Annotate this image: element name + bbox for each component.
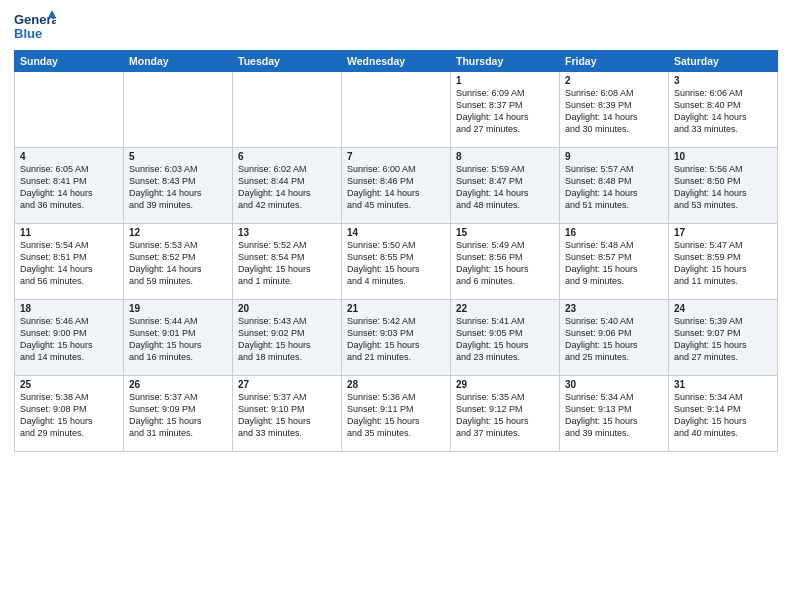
day-cell: 12Sunrise: 5:53 AM Sunset: 8:52 PM Dayli… [124, 224, 233, 300]
day-number: 10 [674, 151, 772, 162]
day-number: 27 [238, 379, 336, 390]
day-cell [124, 72, 233, 148]
day-number: 14 [347, 227, 445, 238]
day-cell: 11Sunrise: 5:54 AM Sunset: 8:51 PM Dayli… [15, 224, 124, 300]
day-info: Sunrise: 5:37 AM Sunset: 9:09 PM Dayligh… [129, 391, 227, 440]
day-info: Sunrise: 5:38 AM Sunset: 9:08 PM Dayligh… [20, 391, 118, 440]
day-number: 31 [674, 379, 772, 390]
week-row-5: 25Sunrise: 5:38 AM Sunset: 9:08 PM Dayli… [15, 376, 778, 452]
day-info: Sunrise: 5:53 AM Sunset: 8:52 PM Dayligh… [129, 239, 227, 288]
day-cell: 4Sunrise: 6:05 AM Sunset: 8:41 PM Daylig… [15, 148, 124, 224]
day-info: Sunrise: 5:39 AM Sunset: 9:07 PM Dayligh… [674, 315, 772, 364]
day-info: Sunrise: 5:47 AM Sunset: 8:59 PM Dayligh… [674, 239, 772, 288]
day-cell: 27Sunrise: 5:37 AM Sunset: 9:10 PM Dayli… [233, 376, 342, 452]
day-info: Sunrise: 6:03 AM Sunset: 8:43 PM Dayligh… [129, 163, 227, 212]
day-cell: 28Sunrise: 5:36 AM Sunset: 9:11 PM Dayli… [342, 376, 451, 452]
day-info: Sunrise: 5:34 AM Sunset: 9:14 PM Dayligh… [674, 391, 772, 440]
day-info: Sunrise: 5:44 AM Sunset: 9:01 PM Dayligh… [129, 315, 227, 364]
day-number: 11 [20, 227, 118, 238]
day-number: 16 [565, 227, 663, 238]
day-info: Sunrise: 5:41 AM Sunset: 9:05 PM Dayligh… [456, 315, 554, 364]
day-info: Sunrise: 5:59 AM Sunset: 8:47 PM Dayligh… [456, 163, 554, 212]
day-number: 17 [674, 227, 772, 238]
day-number: 4 [20, 151, 118, 162]
day-cell [15, 72, 124, 148]
day-cell: 23Sunrise: 5:40 AM Sunset: 9:06 PM Dayli… [560, 300, 669, 376]
header-row: SundayMondayTuesdayWednesdayThursdayFrid… [15, 51, 778, 72]
day-number: 12 [129, 227, 227, 238]
calendar-body: 1Sunrise: 6:09 AM Sunset: 8:37 PM Daylig… [15, 72, 778, 452]
day-cell: 31Sunrise: 5:34 AM Sunset: 9:14 PM Dayli… [669, 376, 778, 452]
day-number: 30 [565, 379, 663, 390]
header-day-thursday: Thursday [451, 51, 560, 72]
day-info: Sunrise: 5:35 AM Sunset: 9:12 PM Dayligh… [456, 391, 554, 440]
week-row-3: 11Sunrise: 5:54 AM Sunset: 8:51 PM Dayli… [15, 224, 778, 300]
day-info: Sunrise: 5:34 AM Sunset: 9:13 PM Dayligh… [565, 391, 663, 440]
day-number: 8 [456, 151, 554, 162]
day-number: 6 [238, 151, 336, 162]
day-cell: 2Sunrise: 6:08 AM Sunset: 8:39 PM Daylig… [560, 72, 669, 148]
svg-text:Blue: Blue [14, 26, 42, 41]
day-info: Sunrise: 5:54 AM Sunset: 8:51 PM Dayligh… [20, 239, 118, 288]
day-number: 13 [238, 227, 336, 238]
week-row-1: 1Sunrise: 6:09 AM Sunset: 8:37 PM Daylig… [15, 72, 778, 148]
day-cell [342, 72, 451, 148]
header: GeneralBlue [14, 10, 778, 42]
header-day-friday: Friday [560, 51, 669, 72]
day-cell: 30Sunrise: 5:34 AM Sunset: 9:13 PM Dayli… [560, 376, 669, 452]
header-day-wednesday: Wednesday [342, 51, 451, 72]
day-info: Sunrise: 5:52 AM Sunset: 8:54 PM Dayligh… [238, 239, 336, 288]
day-cell: 26Sunrise: 5:37 AM Sunset: 9:09 PM Dayli… [124, 376, 233, 452]
day-cell: 18Sunrise: 5:46 AM Sunset: 9:00 PM Dayli… [15, 300, 124, 376]
day-info: Sunrise: 5:36 AM Sunset: 9:11 PM Dayligh… [347, 391, 445, 440]
day-cell: 3Sunrise: 6:06 AM Sunset: 8:40 PM Daylig… [669, 72, 778, 148]
day-cell: 9Sunrise: 5:57 AM Sunset: 8:48 PM Daylig… [560, 148, 669, 224]
header-day-saturday: Saturday [669, 51, 778, 72]
day-cell: 16Sunrise: 5:48 AM Sunset: 8:57 PM Dayli… [560, 224, 669, 300]
day-cell: 6Sunrise: 6:02 AM Sunset: 8:44 PM Daylig… [233, 148, 342, 224]
day-cell: 7Sunrise: 6:00 AM Sunset: 8:46 PM Daylig… [342, 148, 451, 224]
day-number: 18 [20, 303, 118, 314]
day-cell: 5Sunrise: 6:03 AM Sunset: 8:43 PM Daylig… [124, 148, 233, 224]
day-number: 1 [456, 75, 554, 86]
day-number: 25 [20, 379, 118, 390]
day-cell: 14Sunrise: 5:50 AM Sunset: 8:55 PM Dayli… [342, 224, 451, 300]
day-number: 2 [565, 75, 663, 86]
day-number: 28 [347, 379, 445, 390]
day-number: 29 [456, 379, 554, 390]
day-number: 5 [129, 151, 227, 162]
day-number: 22 [456, 303, 554, 314]
week-row-4: 18Sunrise: 5:46 AM Sunset: 9:00 PM Dayli… [15, 300, 778, 376]
day-number: 9 [565, 151, 663, 162]
header-day-sunday: Sunday [15, 51, 124, 72]
page: GeneralBlue SundayMondayTuesdayWednesday… [0, 0, 792, 612]
calendar-table: SundayMondayTuesdayWednesdayThursdayFrid… [14, 50, 778, 452]
day-info: Sunrise: 6:08 AM Sunset: 8:39 PM Dayligh… [565, 87, 663, 136]
day-info: Sunrise: 5:50 AM Sunset: 8:55 PM Dayligh… [347, 239, 445, 288]
day-number: 20 [238, 303, 336, 314]
day-cell: 22Sunrise: 5:41 AM Sunset: 9:05 PM Dayli… [451, 300, 560, 376]
day-cell: 8Sunrise: 5:59 AM Sunset: 8:47 PM Daylig… [451, 148, 560, 224]
day-cell: 25Sunrise: 5:38 AM Sunset: 9:08 PM Dayli… [15, 376, 124, 452]
header-day-monday: Monday [124, 51, 233, 72]
day-cell: 24Sunrise: 5:39 AM Sunset: 9:07 PM Dayli… [669, 300, 778, 376]
day-info: Sunrise: 5:49 AM Sunset: 8:56 PM Dayligh… [456, 239, 554, 288]
day-info: Sunrise: 6:05 AM Sunset: 8:41 PM Dayligh… [20, 163, 118, 212]
day-info: Sunrise: 6:06 AM Sunset: 8:40 PM Dayligh… [674, 87, 772, 136]
day-cell: 10Sunrise: 5:56 AM Sunset: 8:50 PM Dayli… [669, 148, 778, 224]
day-number: 24 [674, 303, 772, 314]
day-cell: 13Sunrise: 5:52 AM Sunset: 8:54 PM Dayli… [233, 224, 342, 300]
day-info: Sunrise: 6:00 AM Sunset: 8:46 PM Dayligh… [347, 163, 445, 212]
day-number: 21 [347, 303, 445, 314]
day-info: Sunrise: 5:43 AM Sunset: 9:02 PM Dayligh… [238, 315, 336, 364]
day-cell: 19Sunrise: 5:44 AM Sunset: 9:01 PM Dayli… [124, 300, 233, 376]
day-cell: 29Sunrise: 5:35 AM Sunset: 9:12 PM Dayli… [451, 376, 560, 452]
calendar-header: SundayMondayTuesdayWednesdayThursdayFrid… [15, 51, 778, 72]
day-cell: 21Sunrise: 5:42 AM Sunset: 9:03 PM Dayli… [342, 300, 451, 376]
day-info: Sunrise: 5:46 AM Sunset: 9:00 PM Dayligh… [20, 315, 118, 364]
logo: GeneralBlue [14, 10, 56, 42]
week-row-2: 4Sunrise: 6:05 AM Sunset: 8:41 PM Daylig… [15, 148, 778, 224]
day-info: Sunrise: 5:48 AM Sunset: 8:57 PM Dayligh… [565, 239, 663, 288]
day-number: 23 [565, 303, 663, 314]
day-info: Sunrise: 6:09 AM Sunset: 8:37 PM Dayligh… [456, 87, 554, 136]
